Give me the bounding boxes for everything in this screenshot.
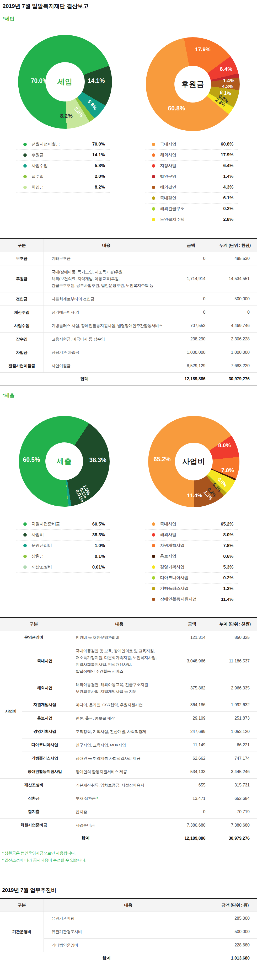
- expense-section-title: *세출: [3, 392, 257, 399]
- table-row: 보조금기타보조금0485,530: [0, 252, 257, 266]
- donut-percent-label: 60.8%: [168, 105, 185, 112]
- promo-section-title: 2019년 7월 업무추진비: [2, 887, 257, 894]
- legend-color-dot: [152, 218, 155, 221]
- row-total: 3,445,246: [213, 765, 257, 778]
- legend-item-value: 2.8%: [223, 217, 238, 222]
- legend-item-value: 11.4%: [221, 597, 238, 602]
- legend-item: 해외사업8.0%: [145, 530, 238, 540]
- row-amount: 1,714,914: [169, 266, 213, 293]
- legend-item-label: 노인복지주택: [160, 217, 223, 223]
- legend-item-value: 4.3%: [223, 185, 238, 190]
- row-total: 1,992,632: [213, 698, 257, 711]
- row-total: 70,719: [213, 805, 257, 818]
- row-total: 485,530: [213, 252, 257, 266]
- total-cumulative: 30,979,276: [213, 832, 257, 845]
- legend-color-dot: [23, 175, 27, 178]
- table-total-row: 합계12,189,88630,979,276: [0, 832, 257, 845]
- legend-item-label: 운영관리비: [32, 543, 95, 548]
- legend-item-label: 해외사업: [160, 532, 223, 538]
- donut-center-label: 세입: [57, 77, 73, 87]
- donation-donut-chart: 후원금60.8%17.9%6.4%1.4%4.3%6.1%0.2%2.8%: [128, 35, 257, 129]
- expense-legend-half: 차월사업준비금60.5%사업비38.3%운영관리비1.0%상환금0.1%재산조성…: [0, 519, 128, 605]
- legend-color-dot: [152, 544, 155, 547]
- row-label: 후원금: [0, 266, 44, 293]
- row-content: 유관기관미팅: [44, 912, 213, 925]
- row-amount: 29,109: [171, 711, 213, 725]
- legend-item-value: 0.1%: [95, 554, 109, 559]
- legend-color-dot: [152, 522, 155, 526]
- legend-item: 국내사업65.2%: [145, 519, 238, 530]
- legend-color-dot: [152, 175, 155, 178]
- row-content: 조직강화, 기획사업, 전산개발, 사회적경제: [68, 725, 171, 738]
- row-content: 국내아동결연 및 보육, 장애인의료 및 교육지원,저소득가정지원, 다문화가족…: [68, 644, 171, 678]
- table-total-row: 합계1,013,680: [0, 952, 257, 965]
- table-row: 차월사업준비금사업준비금7,380,6807,380,680: [0, 818, 257, 832]
- promo-expense-table: 구분내용금액 (단위 : 원)기관운영비유관기관미팅285,000유관기관경조사…: [0, 898, 257, 965]
- row-label: 차입금: [0, 346, 44, 359]
- legend-color-dot: [152, 164, 155, 167]
- legend-item-label: 국내사업: [160, 142, 221, 147]
- donut-percent-label: 60.5%: [23, 456, 40, 463]
- legend-item-value: 60.8%: [221, 142, 238, 147]
- legend-item: 해외긴급구호0.2%: [145, 203, 238, 214]
- legend-item-value: 0.2%: [223, 575, 238, 581]
- row-total: 0: [213, 306, 257, 319]
- legend-item: 사업비38.3%: [16, 530, 109, 540]
- row-amount: 121,314: [171, 631, 213, 644]
- legend-item-value: 17.9%: [221, 152, 238, 158]
- donation-legend: 국내사업60.8%해외사업17.9%지정사업6.4%법인운영1.4%해외결연4.…: [145, 139, 238, 225]
- row-amount: 364,186: [171, 698, 213, 711]
- row-label: 사업수입: [0, 319, 44, 332]
- legend-item: 홍보사업0.6%: [145, 551, 238, 562]
- legend-item-value: 70.0%: [92, 142, 109, 147]
- legend-color-dot: [23, 555, 27, 558]
- legend-item: 자원개발사업7.8%: [145, 540, 238, 551]
- donut-percent-label: 70.0%: [31, 77, 48, 84]
- row-content: 고용지원금, 예금이자 등 잡수입: [44, 332, 169, 346]
- revenue-charts-row: 세입70.0%14.1%5.8%2.0%8.2% 후원금60.8%17.9%6.…: [0, 35, 257, 129]
- row-amount: 0: [169, 306, 213, 319]
- row-total: 500,000: [213, 293, 257, 306]
- row-label: 디아코니아사업: [22, 738, 68, 752]
- legend-item: 전월사업이월금70.0%: [16, 139, 109, 150]
- table-row: 경영기획사업조직강화, 기획사업, 전산개발, 사회적경제247,6991,05…: [0, 725, 257, 738]
- row-content: 연구사업, 교육사업, MDK사업: [68, 738, 171, 752]
- row-content: 사업이월금: [44, 359, 169, 373]
- row-amount: 375,862: [171, 678, 213, 698]
- row-content: 기본재산취득, 임차보증금, 시설장비유지: [68, 778, 171, 792]
- table-row: 전월사업이월금사업이월금8,529,1297,683,220: [0, 359, 257, 373]
- donut-center-label: 사업비: [182, 457, 205, 466]
- row-amount: 11,149: [171, 738, 213, 752]
- row-label: 재산조성비: [0, 778, 68, 792]
- donut-center-label: 후원금: [181, 79, 204, 89]
- column-header: 내용: [44, 239, 169, 252]
- legend-color-dot: [152, 186, 155, 189]
- legend-item-value: 1.3%: [223, 586, 238, 591]
- legend-item: 재산조성비0.01%: [16, 562, 109, 573]
- table-row: 잡수입고용지원금, 예금이자 등 잡수입238,2902,306,228: [0, 332, 257, 346]
- legend-color-dot: [23, 565, 27, 569]
- row-label: 장애인활동지원사업: [22, 765, 68, 778]
- row-amount: 3,048,966: [171, 644, 213, 678]
- legend-color-dot: [152, 143, 155, 146]
- donut-percent-label: 14.1%: [87, 77, 105, 84]
- legend-item-value: 0.01%: [92, 565, 109, 570]
- column-header: 금액 (단위 : 원): [213, 899, 257, 912]
- expense-table: 구분내용금액누계 (단위 : 천원)운영관리비인건비 등 재단운영관리비121,…: [0, 617, 257, 845]
- report-page: 2019년 7월 밀알복지재단 결산보고 *세입 세입70.0%14.1%5.8…: [0, 0, 257, 980]
- group-label: 사업비: [0, 644, 22, 778]
- row-label: 해외사업: [22, 678, 68, 698]
- table-row: 차입금금융기관 차입금1,000,0001,000,000: [0, 346, 257, 359]
- legend-item-label: 경영기획사업: [160, 564, 223, 570]
- table-row: 기빙플러스사업장애인 등 취약계층 사회적일자리 제공62,662747,174: [0, 752, 257, 765]
- donut-percent-label: 1.4%: [223, 78, 234, 84]
- row-amount: 655: [171, 778, 213, 792]
- total-label: 합계: [0, 952, 213, 965]
- row-label: 전월사업이월금: [0, 359, 44, 373]
- row-amount: 62,662: [171, 752, 213, 765]
- legend-item-label: 잡수입: [32, 174, 95, 179]
- row-amount: 707,553: [169, 319, 213, 332]
- legend-item: 국내결연6.1%: [145, 192, 238, 203]
- row-content: 미디어, 온라인, CSR협력, 후원지원사업: [68, 698, 171, 711]
- footnote: * 상환금은 법인운영자금으로만 사용됩니다.: [2, 850, 257, 856]
